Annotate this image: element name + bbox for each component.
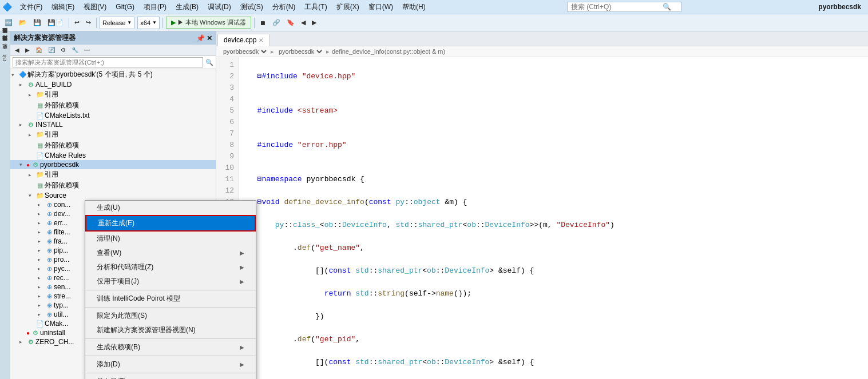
ctx-build-label: 生成(U) [97,203,120,213]
nav-back-btn[interactable]: ◀ [299,18,308,27]
ctx-rebuild[interactable]: 重新生成(E) [85,215,256,232]
src-dev-arr: ▸ [38,211,45,217]
tree-install-ref[interactable]: ▸ 📁 引用 [10,129,216,140]
stop-btn[interactable]: ⏹ [257,18,268,27]
sidebar-search-input[interactable] [13,57,203,67]
tree-source[interactable]: ▾ 📁 Source [10,191,216,200]
bookmark-btn[interactable]: 🔖 [284,18,297,27]
side-tab-git[interactable]: Git 更改 [0,50,10,65]
sb-back-btn[interactable]: ◀ [13,46,22,54]
new-btn[interactable]: 🆕 [2,18,15,27]
tree-pyorbb[interactable]: ▾ ● ⚙ pyorbbecsdk [10,160,216,169]
src-rec-label: rec... [54,274,69,282]
pyorbb-cmake-label: CMak... [45,320,68,328]
ctx-deps-label: 生成依赖项(B) [97,342,140,352]
tree-pyorbb-ext[interactable]: ▦ 外部依赖项 [10,180,216,191]
ctx-sep3 [85,338,256,339]
ctx-build[interactable]: 生成(U) [85,201,256,215]
install-arrow: ▸ [19,122,26,127]
sb-settings-btn[interactable]: 🔧 [69,46,81,54]
save-btn[interactable]: 💾 [31,18,43,27]
menu-analyze[interactable]: 分析(N) [268,1,300,13]
allbuild-label: ALL_BUILD [35,81,72,89]
run-btn[interactable]: ▶ ▶ 本地 Windows 调试器 [166,17,251,29]
sb-collapse-btn[interactable]: — [82,46,92,54]
tree-install[interactable]: ▸ ⚙ INSTALL [10,120,216,129]
nav-fwd-btn[interactable]: ▶ [310,18,319,27]
source-label: Source [45,192,66,200]
sep4 [254,18,255,28]
ctx-scope[interactable]: 限定为此范围(S) [85,309,256,323]
ctx-project-only[interactable]: 仅用于项目(J) ▶ [85,274,256,289]
tree-allbuild-ext[interactable]: ▦ 外部依赖项 [10,100,216,111]
code-line-15: [](const std::shared_ptr<ob::DeviceInfo>… [248,357,868,368]
src-util-icon: ⊕ [45,311,54,318]
src-dev-label: dev... [54,210,70,218]
tree-install-rules[interactable]: 📄 CMake Rules [10,151,216,160]
menu-extensions[interactable]: 扩展(X) [332,1,364,13]
menu-window[interactable]: 窗口(W) [364,1,398,13]
menu-test[interactable]: 测试(S) [236,1,268,13]
editor-tabs: device.cpp ✕ [216,31,868,46]
platform-dropdown[interactable]: x64 ▼ [137,17,160,29]
menu-project[interactable]: 项目(P) [139,1,171,13]
menu-build[interactable]: 生成(B) [171,1,203,13]
side-tab-team[interactable]: 团队资源管理器 [0,34,10,41]
code-content[interactable]: ⊟#include "device.hpp" #include <sstream… [239,57,868,379]
allbuild-arrow: ▸ [19,82,26,87]
tree-solution[interactable]: ▾ 🔷 解决方案'pyorbbecsdk'(5 个项目, 共 5 个) [10,69,216,80]
solution-icon: 🔷 [18,71,27,78]
tree-install-ext[interactable]: ▦ 外部依赖项 [10,140,216,151]
menu-file[interactable]: 文件(F) [15,1,47,13]
ctx-intellicode[interactable]: 训练 IntelliCode Poirot 模型 [85,292,256,306]
breadcrumb-namespace-select[interactable]: pyorbbecsdk [276,47,324,55]
tab-device-cpp[interactable]: device.cpp ✕ [217,34,269,46]
sb-forward-btn[interactable]: ▶ [23,46,32,54]
ctx-analyze[interactable]: 分析和代码清理(Z) ▶ [85,260,256,274]
tree-allbuild-ref[interactable]: ▸ 📁 引用 [10,89,216,100]
pyorbb-cmake-icon: 📄 [35,320,45,328]
solution-explorer: 解决方案资源管理器 📌 ✕ ◀ ▶ 🏠 🔄 ⚙ 🔧 — 🔍 ▾ 🔷 解决方案'p… [10,31,216,379]
sb-sync-btn[interactable]: 🔄 [46,46,57,54]
ctx-view[interactable]: 查看(W) ▶ [85,246,256,260]
sidebar-pin-btn[interactable]: 📌 [196,34,205,42]
ctx-class-wizard[interactable]: 类向导(Z)... Ctrl+Shift+X [85,374,256,379]
config-dropdown[interactable]: Release ▼ [100,17,134,29]
sb-home-btn[interactable]: 🏠 [33,46,45,54]
undo-btn[interactable]: ↩ [72,18,82,27]
code-line-7: ⊟namespace pyorbbecsdk { [248,174,868,185]
breadcrumb-file-select[interactable]: pyorbbecsdk [221,47,268,55]
redo-btn[interactable]: ↪ [84,18,93,27]
menu-debug[interactable]: 调试(D) [203,1,236,13]
ctx-view-label: 查看(W) [97,248,121,258]
src-err-label: err... [54,219,68,227]
src-pyc-arr: ▸ [38,266,45,272]
sidebar-close-btn[interactable]: ✕ [207,34,212,42]
menu-tools[interactable]: 工具(T) [300,1,331,13]
menu-help[interactable]: 帮助(H) [398,1,430,13]
attach-btn[interactable]: 🔗 [270,18,283,27]
sb-filter-btn[interactable]: ⚙ [58,46,68,54]
ln-5: 5 [221,105,234,117]
tree-allbuild[interactable]: ▸ ⚙ ALL_BUILD [10,80,216,89]
code-area[interactable]: 1 2 3 4 5 6 7 8 9 10 11 12 13 14 15 16 1… [216,57,868,379]
menu-git[interactable]: Git(G) [111,2,139,12]
pyorbb-ref-icon: 📁 [35,171,45,178]
ln-9: 9 [221,151,234,162]
search-icon: 🔍 [663,3,671,11]
tree-pyorbb-ref[interactable]: ▸ 📁 引用 [10,169,216,180]
search-input[interactable] [571,3,663,11]
ctx-deps[interactable]: 生成依赖项(B) ▶ [85,340,256,354]
menu-view[interactable]: 视图(V) [79,1,111,13]
tab-label: device.cpp [224,36,256,44]
open-btn[interactable]: 📂 [17,18,29,27]
menu-edit[interactable]: 编辑(E) [47,1,79,13]
side-tab-solution[interactable]: 解决方案资源管理器 [0,42,10,49]
ctx-clean[interactable]: 清理(N) [85,232,256,246]
ctx-new-view[interactable]: 新建解决方案资源管理器视图(N) [85,323,256,337]
ctx-add[interactable]: 添加(D) ▶ [85,357,256,372]
main-container: 团队资源管理器 解决方案资源管理器 Git 更改 解决方案资源管理器 📌 ✕ ◀… [0,31,868,379]
tree-allbuild-cmake[interactable]: 📄 CMakeLists.txt [10,111,216,120]
ctx-analyze-label: 分析和代码清理(Z) [97,262,153,272]
save-all-btn[interactable]: 💾📄 [45,18,66,27]
